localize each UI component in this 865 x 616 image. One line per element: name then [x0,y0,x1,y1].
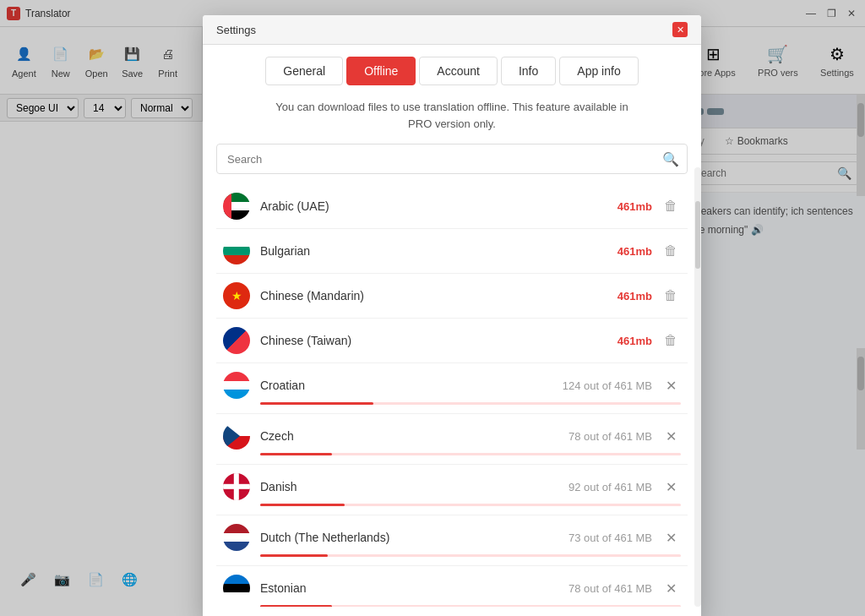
cancel-danish[interactable]: ✕ [661,477,681,497]
language-item-estonian[interactable]: Estonian 78 out of 461 MB ✕ [216,566,688,607]
language-list: Arabic (UAE) 461mb 🗑 Bulgarian 461mb 🗑 ★… [216,184,688,607]
croatian-row: Croatian 124 out of 461 MB ✕ [223,372,681,399]
cancel-croatian[interactable]: ✕ [661,375,681,395]
cancel-dutch[interactable]: ✕ [661,527,681,548]
language-item-arabic-uae[interactable]: Arabic (UAE) 461mb 🗑 [216,184,688,229]
estonian-row: Estonian 78 out of 461 MB ✕ [223,575,681,602]
estonian-progress-track [260,605,681,607]
flag-bulgarian [223,237,250,264]
dutch-progress-track [260,554,681,557]
flag-danish [223,473,250,500]
czech-progress-track [260,453,681,455]
dutch-progress-bar [260,554,328,557]
language-item-croatian[interactable]: Croatian 124 out of 461 MB ✕ [216,363,688,414]
czech-row: Czech 78 out of 461 MB ✕ [223,422,681,450]
modal-scrollbar [694,167,701,607]
flag-czech [223,422,250,450]
flag-chinese-taiwan [223,327,250,354]
croatian-progress-bar [260,402,373,405]
language-item-dutch[interactable]: Dutch (The Netherlands) 73 out of 461 MB… [216,515,688,566]
language-search-input[interactable] [216,144,688,174]
tab-general[interactable]: General [265,57,343,85]
tab-info[interactable]: Info [501,57,556,85]
flag-croatian [223,372,250,399]
tab-appinfo[interactable]: App info [559,57,638,85]
danish-progress-bar [260,504,345,506]
flag-estonian [223,575,250,602]
modal-body: You can download files to use translatio… [203,85,701,616]
delete-arabic-uae[interactable]: 🗑 [661,196,681,216]
language-item-czech[interactable]: Czech 78 out of 461 MB ✕ [216,414,688,465]
cancel-czech[interactable]: ✕ [661,426,681,446]
search-icon: 🔍 [662,151,679,167]
tab-account[interactable]: Account [419,57,498,85]
modal-header: Settings ✕ [203,15,701,45]
danish-progress-track [260,504,681,506]
modal-scrollbar-thumb[interactable] [695,201,700,269]
modal-tabs: General Offline Account Info App info [203,45,701,85]
czech-progress-bar [260,453,332,455]
delete-bulgarian[interactable]: 🗑 [661,241,681,261]
flag-arabic-uae [223,193,250,220]
dutch-row: Dutch (The Netherlands) 73 out of 461 MB… [223,524,681,551]
estonian-progress-bar [260,605,332,607]
flag-chinese-mandarin: ★ [223,282,250,309]
modal-title: Settings [216,24,256,36]
danish-row: Danish 92 out of 461 MB ✕ [223,473,681,500]
language-item-chinese-mandarin[interactable]: ★ Chinese (Mandarin) 461mb 🗑 [216,274,688,319]
tab-offline[interactable]: Offline [346,57,416,85]
modal-description: You can download files to use translatio… [216,99,688,132]
croatian-progress-track [260,402,681,405]
settings-modal: Settings ✕ General Offline Account Info … [203,15,701,616]
delete-chinese-taiwan[interactable]: 🗑 [661,330,681,351]
search-box: 🔍 [216,144,688,174]
language-item-bulgarian[interactable]: Bulgarian 461mb 🗑 [216,229,688,274]
cancel-estonian[interactable]: ✕ [661,578,681,598]
modal-close-button[interactable]: ✕ [672,22,688,37]
language-item-danish[interactable]: Danish 92 out of 461 MB ✕ [216,465,688,515]
language-item-chinese-taiwan[interactable]: Chinese (Taiwan) 461mb 🗑 [216,319,688,363]
delete-chinese-mandarin[interactable]: 🗑 [661,286,681,306]
flag-dutch [223,524,250,551]
